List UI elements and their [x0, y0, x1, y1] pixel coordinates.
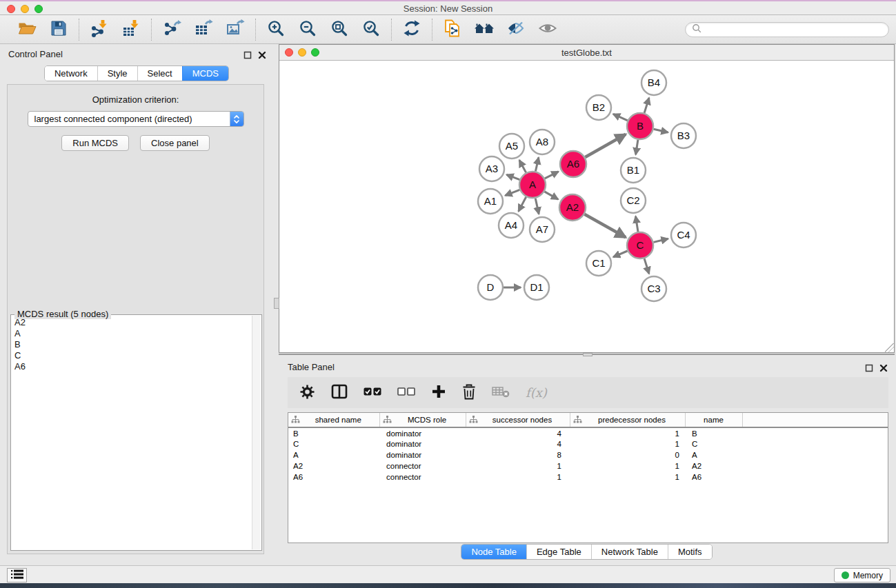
- cell[interactable]: dominator: [379, 449, 466, 460]
- deselect-all-button[interactable]: [397, 387, 415, 398]
- edge-C-C2[interactable]: [636, 216, 639, 232]
- cell[interactable]: dominator: [379, 427, 466, 438]
- cell[interactable]: A: [288, 449, 379, 460]
- column-header-successor-nodes[interactable]: successor nodes: [466, 413, 570, 427]
- cell[interactable]: 8: [466, 449, 570, 460]
- node-B3[interactable]: B3: [671, 123, 696, 148]
- cell[interactable]: 1: [570, 472, 685, 483]
- cell[interactable]: 0: [570, 449, 685, 460]
- node-A5[interactable]: A5: [499, 134, 524, 159]
- node-A6[interactable]: A6: [560, 151, 586, 177]
- edge-A-A4[interactable]: [519, 197, 526, 212]
- cell[interactable]: 1: [570, 427, 685, 438]
- zoom-in-button[interactable]: [263, 18, 289, 41]
- node-C[interactable]: C: [627, 232, 653, 258]
- table-settings-button[interactable]: [299, 384, 315, 402]
- table-row-a2[interactable]: A2connector11A2: [288, 460, 888, 472]
- table-row-a[interactable]: Adominator80A: [288, 449, 888, 460]
- result-item-a2[interactable]: A2: [12, 317, 251, 328]
- cell[interactable]: A2: [685, 460, 742, 472]
- table-row-b[interactable]: Bdominator41B: [288, 427, 888, 438]
- float-panel-icon[interactable]: [243, 50, 252, 62]
- zoom-out-button[interactable]: [295, 18, 321, 41]
- hide-graphics-details-button[interactable]: [503, 18, 529, 41]
- node-D1[interactable]: D1: [524, 275, 549, 300]
- node-A7[interactable]: A7: [530, 217, 555, 242]
- add-column-button[interactable]: [431, 384, 446, 401]
- import-network-button[interactable]: [86, 18, 112, 41]
- node-A8[interactable]: A8: [530, 130, 555, 154]
- tab-style[interactable]: Style: [97, 66, 137, 81]
- cell[interactable]: 4: [466, 427, 570, 438]
- search-box[interactable]: [685, 22, 889, 37]
- close-table-panel-icon[interactable]: [879, 363, 888, 375]
- edge-B-B2[interactable]: [613, 114, 628, 120]
- network-window-titlebar[interactable]: testGlobe.txt: [279, 45, 894, 61]
- open-session-button[interactable]: [14, 18, 40, 41]
- delete-table-button[interactable]: [492, 385, 510, 401]
- cell[interactable]: connector: [379, 472, 466, 483]
- cell[interactable]: B: [685, 427, 742, 438]
- edge-A-A7[interactable]: [535, 199, 539, 214]
- import-table-button[interactable]: [118, 18, 144, 41]
- save-session-button[interactable]: [46, 18, 72, 41]
- close-panel-icon[interactable]: [258, 50, 266, 62]
- home-button[interactable]: [471, 18, 497, 41]
- table-tab-motifs[interactable]: Motifs: [668, 545, 712, 559]
- edge-C-C4[interactable]: [654, 239, 668, 242]
- task-history-button[interactable]: [7, 568, 27, 582]
- node-C4[interactable]: C4: [671, 223, 696, 247]
- node-A3[interactable]: A3: [479, 156, 504, 181]
- edge-A-A8[interactable]: [535, 157, 539, 171]
- function-builder-button[interactable]: f(x): [526, 385, 547, 400]
- node-D[interactable]: D: [478, 275, 503, 300]
- edge-C-C1[interactable]: [613, 251, 628, 257]
- cell[interactable]: A: [685, 449, 742, 460]
- cell[interactable]: 4: [466, 438, 570, 449]
- table-tab-edge-table[interactable]: Edge Table: [526, 545, 591, 559]
- select-all-button[interactable]: [364, 387, 381, 398]
- edge-C-C3[interactable]: [644, 258, 649, 274]
- cell[interactable]: connector: [379, 460, 466, 472]
- table-row-c[interactable]: Cdominator41C: [288, 438, 888, 449]
- zoom-fit-button[interactable]: [326, 18, 352, 41]
- node-A1[interactable]: A1: [478, 189, 503, 214]
- cell[interactable]: C: [288, 438, 379, 449]
- edge-B-B1[interactable]: [636, 140, 638, 155]
- edge-A2-C[interactable]: [584, 214, 626, 238]
- node-A2[interactable]: A2: [559, 194, 586, 221]
- export-network-button[interactable]: [159, 18, 185, 41]
- result-item-a6[interactable]: A6: [12, 361, 251, 372]
- float-table-panel-icon[interactable]: [865, 363, 873, 375]
- node-B4[interactable]: B4: [641, 70, 666, 95]
- cell[interactable]: A2: [288, 460, 379, 472]
- column-header-mcds-role[interactable]: MCDS role: [379, 413, 466, 427]
- edge-A-A5[interactable]: [519, 160, 526, 172]
- cell[interactable]: A6: [685, 472, 742, 483]
- show-graphics-details-button[interactable]: [535, 18, 561, 41]
- apply-layout-button[interactable]: [399, 18, 425, 41]
- network-canvas[interactable]: B4B2BB3A8A5A6A3B1AC2A1A2A4A7C4CC1DD1C3: [279, 61, 894, 352]
- zoom-selected-button[interactable]: [358, 18, 384, 41]
- edge-B-B4[interactable]: [644, 98, 649, 113]
- edge-A-A1[interactable]: [505, 190, 519, 195]
- cell[interactable]: 1: [466, 472, 570, 483]
- node-A4[interactable]: A4: [499, 213, 524, 238]
- result-item-c[interactable]: C: [12, 350, 251, 361]
- cell[interactable]: dominator: [379, 438, 466, 449]
- cell[interactable]: C: [685, 438, 742, 449]
- edge-B-B3[interactable]: [654, 129, 668, 132]
- node-B1[interactable]: B1: [621, 158, 646, 183]
- cell[interactable]: 1: [466, 460, 570, 472]
- cell[interactable]: 1: [570, 460, 685, 472]
- tab-mcds[interactable]: MCDS: [182, 66, 228, 81]
- run-mcds-button[interactable]: Run MCDS: [61, 135, 129, 151]
- clone-network-button[interactable]: [439, 18, 466, 41]
- export-image-button[interactable]: [222, 18, 248, 41]
- edge-A6-B[interactable]: [585, 134, 626, 157]
- table-tab-node-table[interactable]: Node Table: [461, 545, 526, 559]
- cell[interactable]: 1: [570, 438, 685, 449]
- tab-network[interactable]: Network: [45, 66, 97, 81]
- edge-A-A2[interactable]: [544, 192, 558, 199]
- node-A[interactable]: A: [519, 172, 546, 198]
